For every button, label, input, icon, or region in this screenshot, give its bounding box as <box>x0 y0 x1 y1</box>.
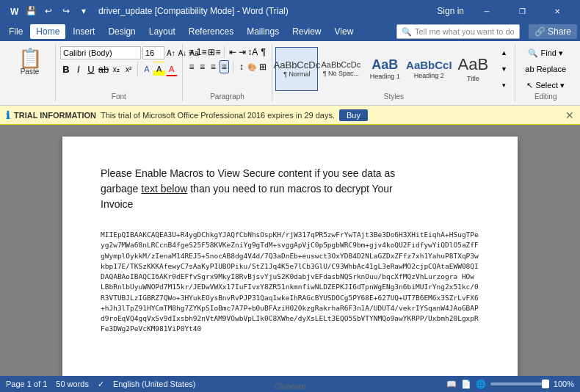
customize-quick-btn[interactable]: ▾ <box>76 4 91 18</box>
style-title-preview: AaB <box>458 55 489 74</box>
minimize-btn[interactable]: ─ <box>470 0 504 22</box>
undo-quick-btn[interactable]: ↩ <box>41 4 56 18</box>
bullet-list-btn[interactable]: ≡ <box>187 46 195 59</box>
share-btn[interactable]: 🔗 Share <box>529 24 577 39</box>
search-icon: 🔍 <box>402 27 412 37</box>
main-text-block: Please Enable Macros to View Secure cont… <box>101 166 479 212</box>
menu-review[interactable]: Review <box>286 24 327 39</box>
style-title-label: Title <box>467 75 479 82</box>
ribbon-paragraph-group: ≡ 1≡ ⊞≡ ⇤ ⇥ ↕A ¶ ≡ ≡ ≡ ≡ ↕ 🎨 ⊞ Paragraph <box>183 44 273 102</box>
styles-scroll-down[interactable]: ▼ <box>496 62 512 76</box>
borders-btn[interactable]: ⊞ <box>258 60 268 73</box>
paste-label: Paste <box>21 68 40 76</box>
trial-buy-button[interactable]: Buy <box>339 109 368 121</box>
main-text-line2-start: garbage <box>101 183 141 195</box>
style-h2-preview: AaBbCcI <box>406 59 452 72</box>
numbered-list-btn[interactable]: 1≡ <box>197 46 207 59</box>
sign-in-link[interactable]: Sign in <box>437 6 464 16</box>
align-center-btn[interactable]: ≡ <box>197 60 207 73</box>
save-quick-btn[interactable]: 💾 <box>23 4 38 18</box>
sort-btn[interactable]: ↕A <box>247 46 258 59</box>
style-h2[interactable]: AaBbCcI Heading 2 <box>407 47 450 91</box>
style-nospace[interactable]: AaBbCcDc ¶ No Spac... <box>319 47 362 91</box>
style-h1[interactable]: AaB Heading 1 <box>363 47 406 91</box>
editing-btns: 🔍 Find ▾ ab Replace ↖ Select ▾ <box>520 46 571 92</box>
menu-layout[interactable]: Layout <box>143 24 181 39</box>
trial-info-icon: ℹ <box>6 109 10 121</box>
styles-scroll-btns: ▲ ▼ ▾ <box>496 46 512 92</box>
decrease-indent-btn[interactable]: ⇤ <box>228 46 236 59</box>
paragraph-row-1: ≡ 1≡ ⊞≡ ⇤ ⇥ ↕A ¶ <box>187 46 268 59</box>
replace-btn[interactable]: ab Replace <box>520 62 571 76</box>
trial-close-btn[interactable]: ✕ <box>565 109 574 121</box>
menu-view[interactable]: View <box>329 24 360 39</box>
trial-label: TRIAL INFORMATION <box>14 111 96 120</box>
select-btn[interactable]: ↖ Select ▾ <box>520 78 571 92</box>
style-title[interactable]: AaB Title <box>452 47 494 91</box>
style-h2-label: Heading 2 <box>414 72 444 79</box>
editing-group-label: Editing <box>515 92 576 101</box>
zoom-slider[interactable] <box>490 382 549 385</box>
find-btn[interactable]: 🔍 Find ▾ <box>520 46 571 60</box>
align-left-btn[interactable]: ≡ <box>187 60 197 73</box>
menu-references[interactable]: References <box>183 24 239 39</box>
multilevel-list-btn[interactable]: ⊞≡ <box>208 46 220 59</box>
style-normal-label: ¶ Normal <box>283 70 310 78</box>
subscript-btn[interactable]: x₂ <box>110 62 122 76</box>
encrypted-text-block: MIIEpQIBAAKCAQEA3U+R4ygDChkgYJAQfCbNhsOs… <box>101 230 479 335</box>
main-text-line2-end: than you need to run macros to decrypt Y… <box>187 183 392 195</box>
close-btn[interactable]: ✕ <box>540 0 574 22</box>
document-page[interactable]: Please Enable Macros to View Secure cont… <box>62 137 518 376</box>
title-bar: W 💾 ↩ ↪ ▾ driver_update [Compatibility M… <box>0 0 580 22</box>
style-h1-preview: AaB <box>371 57 398 73</box>
style-normal[interactable]: AaBbCcDc ¶ Normal <box>275 47 318 91</box>
menu-mailings[interactable]: Mailings <box>241 24 285 39</box>
superscript-btn[interactable]: x² <box>123 62 134 76</box>
document-page-wrapper: Please Enable Macros to View Secure cont… <box>62 137 518 364</box>
paragraph-row-2: ≡ ≡ ≡ ≡ ↕ 🎨 ⊞ <box>187 60 268 73</box>
styles-expand[interactable]: ▾ <box>496 78 512 92</box>
shading-btn[interactable]: 🎨 <box>247 60 257 73</box>
restore-btn[interactable]: ❐ <box>505 0 539 22</box>
style-nospace-preview: AaBbCcDc <box>321 60 360 70</box>
ribbon-font-group: A↑ A↓ Aa B I U ab x₂ x² A A A Font <box>56 44 183 102</box>
underline-btn[interactable]: U <box>85 62 97 76</box>
paragraph-group-label: Paragraph <box>183 92 272 101</box>
search-ribbon[interactable]: 🔍 Tell me what you want to do <box>396 24 520 39</box>
show-marks-btn[interactable]: ¶ <box>259 46 267 59</box>
style-normal-preview: AaBbCcDc <box>274 59 321 71</box>
text-highlight-btn[interactable]: A <box>153 62 165 76</box>
title-bar-left: W 💾 ↩ ↪ ▾ driver_update [Compatibility M… <box>6 4 289 18</box>
font-name-input[interactable] <box>60 46 141 59</box>
paste-button[interactable]: 📋 Paste <box>17 47 43 77</box>
line-spacing-btn[interactable]: ↕ <box>236 60 246 73</box>
font-grow-btn[interactable]: A↑ <box>166 46 176 60</box>
style-h1-label: Heading 1 <box>370 73 400 80</box>
menu-home[interactable]: Home <box>30 24 65 39</box>
bold-btn[interactable]: B <box>60 62 72 76</box>
title-bar-title: driver_update [Compatibility Mode] - Wor… <box>98 6 289 16</box>
ribbon: 📋 Paste Clipboard A↑ A↓ Aa B I U ab x₂ x… <box>0 41 580 106</box>
menu-insert[interactable]: Insert <box>67 24 101 39</box>
justify-btn[interactable]: ≡ <box>220 60 229 73</box>
font-size-input[interactable] <box>142 46 164 59</box>
ribbon-clipboard-group: 📋 Paste Clipboard <box>4 44 56 102</box>
strikethrough-btn[interactable]: ab <box>98 62 109 76</box>
document-container: Please Enable Macros to View Secure cont… <box>0 125 580 376</box>
trial-info-bar: ℹ TRIAL INFORMATION This trial of Micros… <box>0 106 580 125</box>
font-color-btn[interactable]: A <box>166 62 178 76</box>
menu-design[interactable]: Design <box>102 24 141 39</box>
menu-file[interactable]: File <box>3 24 29 39</box>
align-right-btn[interactable]: ≡ <box>209 60 218 73</box>
font-format-row: B I U ab x₂ x² A A A <box>60 62 178 76</box>
main-text-line1: Please Enable Macros to View Secure cont… <box>101 167 395 179</box>
italic-btn[interactable]: I <box>73 62 84 76</box>
window-controls: ─ ❐ ✕ <box>470 0 574 22</box>
main-text-line3: Invoice <box>101 198 133 210</box>
text-effect-btn[interactable]: A <box>141 62 153 76</box>
title-bar-right: Sign in ─ ❐ ✕ <box>437 0 574 22</box>
styles-scroll-up[interactable]: ▲ <box>496 46 512 60</box>
increase-indent-btn[interactable]: ⇥ <box>238 46 246 59</box>
redo-quick-btn[interactable]: ↪ <box>59 4 73 18</box>
search-ribbon-placeholder: Tell me what you want to do <box>415 27 515 36</box>
